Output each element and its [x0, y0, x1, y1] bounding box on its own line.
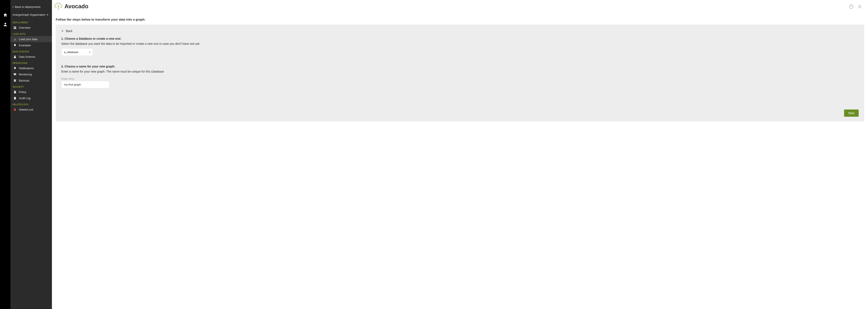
section-header-delete-lock: DELETE/LOCK: [10, 101, 52, 107]
step-2: 2. Choose a name for your new graph: Ent…: [61, 65, 859, 88]
panel-back-button[interactable]: Back: [61, 29, 859, 33]
bell-icon: [13, 67, 17, 70]
sidebar-item-examples[interactable]: Examples: [10, 42, 52, 48]
chevron-left-icon: ‹: [12, 5, 13, 8]
database-select-value: a_database: [64, 51, 79, 54]
step-1-title: 1. Choose a Database or create a new one…: [61, 37, 859, 40]
sort-icon: ⇅: [46, 13, 48, 16]
sidebar-item-label: Delete/Lock: [19, 108, 33, 111]
caret-down-icon: ▾: [89, 51, 90, 53]
archive-icon: [13, 79, 17, 82]
main-area: Avocado Follow the steps below to transf…: [52, 0, 868, 309]
database-select[interactable]: a_database ▾: [61, 48, 93, 56]
icon-rail: [0, 0, 10, 309]
panel-footer: Next: [61, 110, 859, 117]
sidebar-item-policy[interactable]: Policy: [10, 89, 52, 95]
graph-name-label: Graph name: [61, 78, 859, 80]
next-button[interactable]: Next: [844, 110, 859, 117]
sidebar-item-delete-lock[interactable]: Delete/Lock: [10, 107, 52, 113]
sidebar-item-label: Data Science: [19, 55, 35, 58]
back-link-label: Back to deployments: [15, 5, 40, 8]
download-icon: [13, 37, 17, 41]
arrow-left-icon: [61, 29, 64, 32]
user-icon[interactable]: [858, 4, 862, 9]
sidebar-item-audit-log[interactable]: Audit Log: [10, 95, 52, 101]
section-header-load-data: LOAD DATA: [10, 31, 52, 36]
step-2-title: 2. Choose a name for your new graph:: [61, 65, 859, 68]
instruction-text: Follow the steps below to transform your…: [56, 18, 864, 21]
sidebar-item-notifications[interactable]: Notifications: [10, 65, 52, 71]
sidebar-item-label: Overview: [19, 26, 30, 29]
section-header-data-science: DATA SCIENCE: [10, 48, 52, 54]
clipboard-icon: [13, 96, 17, 100]
document-icon: [13, 90, 17, 93]
svg-point-1: [859, 5, 860, 6]
step-2-desc: Enter a name for your new graph. The nam…: [61, 70, 859, 73]
graph-name-input[interactable]: [61, 81, 110, 88]
back-to-deployments-link[interactable]: ‹ Back to deployments: [10, 4, 52, 10]
cloud-upload-icon: [54, 2, 63, 11]
wizard-panel: Back 1. Choose a Database or create a ne…: [56, 25, 864, 121]
home-icon[interactable]: [3, 13, 8, 18]
org-selector[interactable]: ArangoGraph Organization ⇅: [10, 10, 52, 19]
sidebar-item-overview[interactable]: Overview: [10, 25, 52, 31]
page-title: Avocado: [64, 3, 88, 10]
dashboard-icon: [13, 26, 17, 29]
users-icon[interactable]: [3, 22, 8, 27]
flask-icon: [13, 55, 17, 58]
step-1-desc: Select the database you want the data to…: [61, 42, 859, 46]
content: Follow the steps below to transform your…: [52, 11, 868, 125]
sidebar-item-label: Notifications: [19, 67, 34, 70]
sidebar-item-label: Backups: [19, 79, 29, 82]
help-icon[interactable]: [849, 4, 854, 9]
top-actions: [849, 4, 862, 9]
sidebar-item-label: Load your data: [19, 37, 37, 41]
lightbulb-icon: [13, 44, 17, 47]
sidebar-item-monitoring[interactable]: Monitoring: [10, 71, 52, 78]
section-header-security: SECURITY: [10, 84, 52, 89]
sidebar: ‹ Back to deployments ArangoGraph Organi…: [10, 0, 52, 309]
step-1: 1. Choose a Database or create a new one…: [61, 37, 859, 56]
sidebar-item-label: Monitoring: [19, 73, 32, 76]
sidebar-item-label: Audit Log: [19, 96, 31, 100]
section-header-deployment: DEPLOYMENT: [10, 19, 52, 25]
monitor-icon: [13, 73, 17, 76]
sidebar-item-label: Examples: [19, 44, 31, 47]
sidebar-item-data-science[interactable]: Data Science: [10, 54, 52, 60]
sidebar-item-label: Policy: [19, 90, 26, 93]
trash-icon: [13, 108, 17, 111]
panel-back-label: Back: [66, 29, 72, 33]
section-header-operations: OPERATIONS: [10, 60, 52, 65]
sidebar-item-backups[interactable]: Backups: [10, 78, 52, 84]
org-label: ArangoGraph Organization: [12, 13, 45, 16]
sidebar-item-load-your-data[interactable]: Load your data: [10, 36, 52, 42]
topbar: Avocado: [52, 0, 868, 11]
title-wrap: Avocado: [54, 2, 88, 11]
